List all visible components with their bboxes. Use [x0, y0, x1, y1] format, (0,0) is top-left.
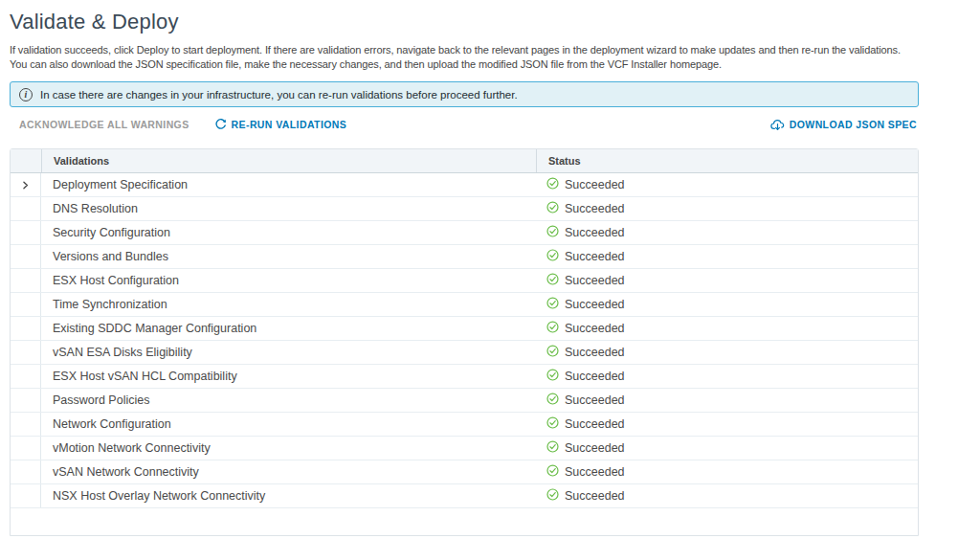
validation-table-row: vSAN ESA Disks Eligibility Succeeded — [11, 341, 918, 365]
validation-table-row: Password Policies Succeeded — [11, 389, 918, 413]
row-expander-chevron-icon[interactable] — [18, 177, 33, 192]
validation-name: Network Configuration — [41, 413, 535, 436]
status-label: Succeeded — [565, 489, 625, 503]
expander-cell — [11, 460, 41, 483]
info-circle-icon: i — [19, 88, 33, 101]
status-cell: Succeeded — [535, 245, 918, 268]
validation-name: NSX Host Overlay Network Connectivity — [41, 484, 535, 507]
success-check-circle-icon — [546, 201, 559, 216]
validation-table-row: DNS Resolution Succeeded — [11, 197, 918, 221]
rerun-validations-button[interactable]: RE-RUN VALIDATIONS — [214, 119, 347, 131]
success-check-circle-icon — [546, 464, 559, 480]
status-cell: Succeeded — [535, 460, 918, 483]
page-description-line2: You can also download the JSON specifica… — [10, 57, 919, 72]
validation-name: ESX Host vSAN HCL Compatibility — [41, 365, 535, 388]
status-label: Succeeded — [565, 322, 625, 335]
expander-cell — [11, 341, 41, 364]
status-cell: Succeeded — [535, 365, 918, 388]
validation-name: Versions and Bundles — [41, 245, 535, 268]
validation-name: vSAN ESA Disks Eligibility — [41, 341, 535, 364]
expander-cell — [11, 437, 41, 460]
status-label: Succeeded — [565, 178, 625, 191]
status-cell: Succeeded — [535, 437, 918, 460]
validation-name: vMotion Network Connectivity — [41, 437, 535, 460]
download-json-spec-label: DOWNLOAD JSON SPEC — [790, 119, 917, 130]
validation-table-row: Versions and Bundles Succeeded — [11, 245, 918, 269]
success-check-circle-icon — [546, 273, 559, 288]
success-check-circle-icon — [546, 488, 559, 504]
validations-column-header: Validations — [41, 149, 536, 172]
success-check-circle-icon — [546, 297, 559, 312]
validation-table-row: Existing SDDC Manager Configuration Succ… — [11, 317, 918, 341]
status-cell: Succeeded — [535, 484, 918, 507]
page-description-line1: If validation succeeds, click Deploy to … — [10, 43, 919, 57]
validation-name: Time Synchronization — [41, 293, 535, 316]
success-check-circle-icon — [546, 440, 559, 456]
status-label: Succeeded — [565, 417, 625, 431]
status-label: Succeeded — [565, 274, 625, 287]
status-label: Succeeded — [565, 370, 625, 383]
rerun-validations-label: RE-RUN VALIDATIONS — [232, 119, 347, 130]
expander-cell — [11, 173, 41, 196]
validations-table: Validations Status Deployment Specificat… — [10, 148, 919, 536]
validation-name: Existing SDDC Manager Configuration — [41, 317, 535, 340]
status-label: Succeeded — [565, 441, 625, 455]
validation-table-row: ESX Host vSAN HCL Compatibility Succeede… — [11, 365, 918, 389]
success-check-circle-icon — [546, 249, 559, 264]
validate-deploy-page: Validate & Deploy If validation succeeds… — [0, 0, 928, 536]
validations-table-footer — [11, 508, 918, 535]
expander-column-header — [11, 149, 41, 172]
validations-table-header: Validations Status — [11, 149, 918, 173]
action-toolbar: ACKNOWLEDGE ALL WARNINGS RE-RUN VALIDATI… — [10, 115, 919, 134]
status-cell: Succeeded — [535, 389, 918, 412]
validation-name: Password Policies — [41, 389, 535, 412]
status-label: Succeeded — [565, 202, 625, 215]
expander-cell — [11, 221, 41, 244]
success-check-circle-icon — [546, 345, 559, 360]
status-label: Succeeded — [565, 226, 625, 239]
expander-cell — [11, 413, 41, 436]
expander-cell — [11, 484, 41, 507]
expander-cell — [11, 389, 41, 412]
validation-table-row: vSAN Network Connectivity Succeeded — [11, 460, 918, 484]
validation-table-row: vMotion Network Connectivity Succeeded — [11, 437, 918, 460]
validation-table-row: Security Configuration Succeeded — [11, 221, 918, 245]
success-check-circle-icon — [546, 225, 559, 240]
acknowledge-all-warnings-label: ACKNOWLEDGE ALL WARNINGS — [19, 119, 189, 130]
status-cell: Succeeded — [535, 269, 918, 292]
status-cell: Succeeded — [535, 197, 918, 220]
status-cell: Succeeded — [535, 341, 918, 364]
page-title: Validate & Deploy — [10, 10, 919, 34]
status-label: Succeeded — [565, 298, 625, 311]
validation-name: ESX Host Configuration — [41, 269, 535, 292]
expander-cell — [11, 245, 41, 268]
success-check-circle-icon — [546, 416, 559, 432]
validation-table-row: Time Synchronization Succeeded — [11, 293, 918, 317]
success-check-circle-icon — [546, 393, 559, 408]
expander-cell — [11, 197, 41, 220]
success-check-circle-icon — [546, 321, 559, 336]
expander-cell — [11, 293, 41, 316]
refresh-icon — [214, 119, 227, 131]
page-description: If validation succeeds, click Deploy to … — [10, 43, 919, 71]
status-cell: Succeeded — [535, 317, 918, 340]
status-label: Succeeded — [565, 346, 625, 359]
download-json-spec-button[interactable]: DOWNLOAD JSON SPEC — [770, 119, 917, 131]
acknowledge-all-warnings-button[interactable]: ACKNOWLEDGE ALL WARNINGS — [19, 119, 189, 130]
status-cell: Succeeded — [535, 413, 918, 436]
status-label: Succeeded — [565, 465, 625, 479]
status-cell: Succeeded — [535, 173, 918, 196]
validation-table-row: Network Configuration Succeeded — [11, 413, 918, 437]
expander-cell — [11, 365, 41, 388]
success-check-circle-icon — [546, 369, 559, 384]
status-column-header: Status — [536, 149, 918, 172]
validation-table-row: ESX Host Configuration Succeeded — [11, 269, 918, 293]
expander-cell — [11, 269, 41, 292]
validation-name: vSAN Network Connectivity — [41, 460, 535, 483]
expander-cell — [11, 317, 41, 340]
status-label: Succeeded — [565, 250, 625, 263]
validation-name: Security Configuration — [41, 221, 535, 244]
success-check-circle-icon — [546, 177, 559, 192]
validation-table-row: Deployment Specification Succeeded — [11, 173, 918, 197]
cloud-download-icon — [770, 119, 785, 131]
